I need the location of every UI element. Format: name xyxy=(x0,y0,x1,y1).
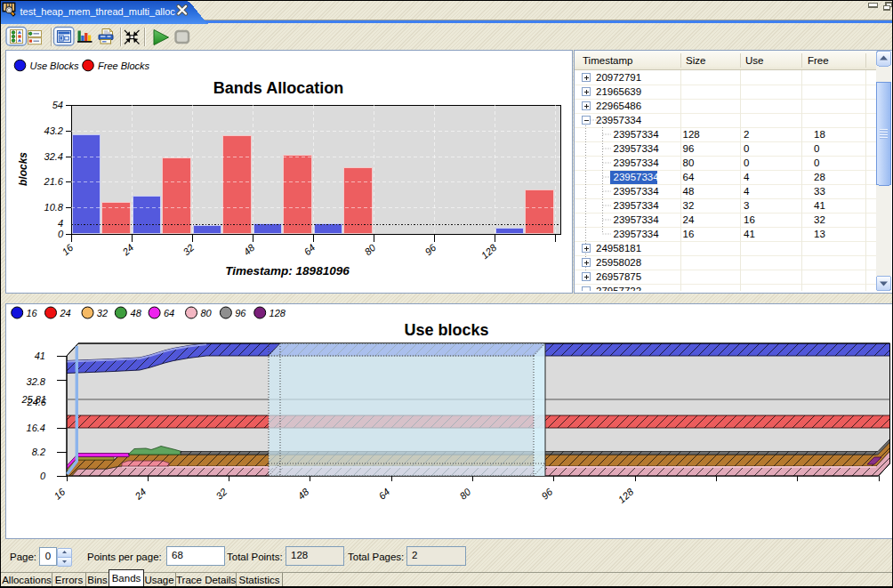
svg-text:Free Blocks: Free Blocks xyxy=(98,60,150,71)
svg-text:0: 0 xyxy=(814,157,819,168)
svg-text:96: 96 xyxy=(539,486,555,502)
svg-text:96: 96 xyxy=(422,241,438,257)
svg-text:Use blocks: Use blocks xyxy=(404,321,488,339)
svg-text:13: 13 xyxy=(814,229,825,239)
svg-text:23957334: 23957334 xyxy=(614,129,660,140)
svg-text:Use Blocks: Use Blocks xyxy=(30,60,80,71)
svg-text:25958028: 25958028 xyxy=(596,257,641,268)
svg-text:0: 0 xyxy=(814,143,819,154)
svg-text:128: 128 xyxy=(683,129,700,140)
svg-text:23957334: 23957334 xyxy=(614,200,660,211)
svg-text:4: 4 xyxy=(58,218,63,229)
svg-text:27957722: 27957722 xyxy=(596,286,641,291)
svg-text:0: 0 xyxy=(744,143,749,154)
svg-text:128: 128 xyxy=(616,486,636,505)
svg-text:32: 32 xyxy=(683,200,695,211)
svg-text:16: 16 xyxy=(744,214,755,225)
svg-text:26957875: 26957875 xyxy=(596,271,641,282)
svg-text:10.8: 10.8 xyxy=(44,202,64,213)
svg-text:64: 64 xyxy=(164,308,174,318)
svg-text:32: 32 xyxy=(181,242,196,257)
svg-text:24958181: 24958181 xyxy=(596,243,641,254)
svg-text:23957334: 23957334 xyxy=(614,143,660,154)
svg-text:16: 16 xyxy=(52,486,68,502)
svg-text:0: 0 xyxy=(744,157,749,168)
svg-text:32: 32 xyxy=(213,487,229,502)
svg-text:28: 28 xyxy=(814,172,825,182)
svg-text:4: 4 xyxy=(744,186,750,197)
svg-text:23957334: 23957334 xyxy=(614,157,660,168)
svg-text:8.2: 8.2 xyxy=(32,447,45,457)
svg-text:32.8: 32.8 xyxy=(27,376,46,387)
svg-text:25.81: 25.81 xyxy=(20,394,46,405)
svg-text:18: 18 xyxy=(814,129,825,140)
svg-text:16: 16 xyxy=(683,229,695,239)
svg-text:Timestamp: Timestamp xyxy=(583,55,632,66)
svg-text:20972791: 20972791 xyxy=(596,72,641,83)
svg-text:24: 24 xyxy=(683,214,695,225)
svg-text:48: 48 xyxy=(241,241,257,257)
svg-text:Bands Allocation: Bands Allocation xyxy=(213,79,343,97)
svg-text:23957334: 23957334 xyxy=(596,115,642,125)
svg-text:64: 64 xyxy=(683,172,695,182)
svg-text:blocks: blocks xyxy=(17,152,29,186)
svg-text:2: 2 xyxy=(744,129,749,140)
svg-text:80: 80 xyxy=(683,157,695,168)
svg-text:24: 24 xyxy=(132,487,148,503)
svg-text:21965639: 21965639 xyxy=(596,86,641,97)
svg-text:22965486: 22965486 xyxy=(596,101,641,111)
svg-text:test_heap_mem_thread_multi_all: test_heap_mem_thread_multi_alloc xyxy=(20,6,176,17)
svg-text:128: 128 xyxy=(270,308,286,318)
svg-text:96: 96 xyxy=(235,308,246,318)
svg-text:24: 24 xyxy=(119,242,135,258)
svg-text:23957334: 23957334 xyxy=(614,172,660,182)
svg-text:48: 48 xyxy=(683,186,695,197)
svg-text:48: 48 xyxy=(295,486,311,502)
svg-text:23957334: 23957334 xyxy=(614,229,660,239)
svg-text:32: 32 xyxy=(814,214,825,225)
svg-text:0: 0 xyxy=(58,229,64,239)
svg-text:33: 33 xyxy=(814,186,825,197)
svg-text:80: 80 xyxy=(362,241,378,257)
svg-text:41: 41 xyxy=(744,229,755,239)
svg-text:32.4: 32.4 xyxy=(44,151,63,162)
svg-text:41: 41 xyxy=(814,200,825,211)
svg-text:80: 80 xyxy=(457,486,473,502)
svg-text:3: 3 xyxy=(744,200,749,211)
svg-text:43.2: 43.2 xyxy=(44,125,63,136)
svg-text:Timestamp: 18981096: Timestamp: 18981096 xyxy=(225,264,350,278)
svg-text:80: 80 xyxy=(200,308,212,318)
svg-text:4: 4 xyxy=(744,172,750,182)
svg-text:32: 32 xyxy=(97,308,108,318)
svg-text:54: 54 xyxy=(52,100,63,110)
svg-text:Size: Size xyxy=(686,55,705,66)
svg-text:Free: Free xyxy=(808,55,829,66)
svg-text:Use: Use xyxy=(745,55,763,66)
svg-text:0: 0 xyxy=(40,471,46,481)
svg-text:64: 64 xyxy=(376,487,391,502)
svg-text:48: 48 xyxy=(131,308,142,318)
svg-text:16.4: 16.4 xyxy=(27,423,45,433)
svg-text:128: 128 xyxy=(479,241,499,261)
svg-text:24: 24 xyxy=(59,308,70,318)
svg-text:23957334: 23957334 xyxy=(614,186,660,197)
svg-text:64: 64 xyxy=(302,242,317,257)
svg-text:16: 16 xyxy=(27,308,38,318)
svg-text:41: 41 xyxy=(35,350,45,361)
svg-text:23957334: 23957334 xyxy=(614,214,660,225)
svg-text:96: 96 xyxy=(683,143,695,154)
svg-text:21.6: 21.6 xyxy=(44,176,64,187)
svg-text:16: 16 xyxy=(60,241,76,257)
